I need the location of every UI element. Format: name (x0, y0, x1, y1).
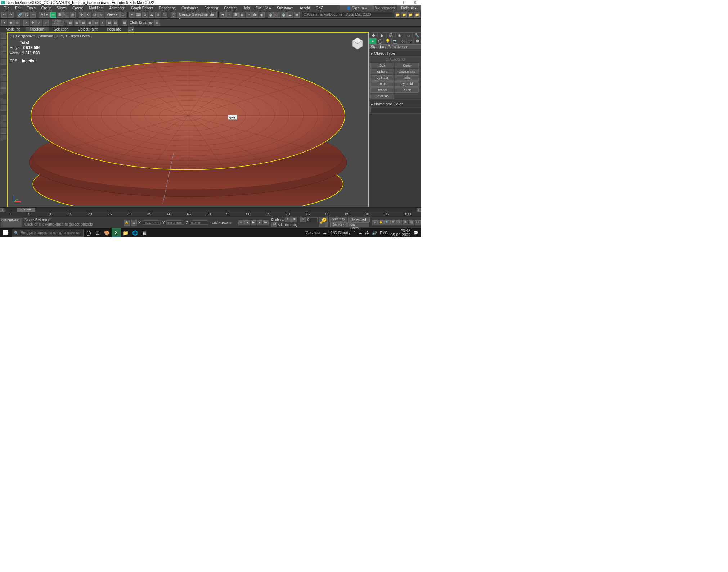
nav-5[interactable]: ↻ (396, 220, 402, 225)
lt-tool-1[interactable] (1, 33, 6, 39)
folder-button-1[interactable]: 📁 (395, 12, 400, 18)
topology-icon[interactable]: ▨ (113, 20, 118, 26)
bind-button[interactable]: 〰 (30, 12, 36, 18)
timetag-icon[interactable]: 🏷 (271, 222, 277, 227)
menu-substance[interactable]: Substance (274, 6, 297, 10)
project-path-input[interactable] (302, 12, 394, 18)
nav-3[interactable]: 🔍 (384, 220, 390, 225)
keyfilters-button[interactable]: Key Filters... (347, 222, 369, 227)
taskbar-3dsmax[interactable]: 3 (112, 228, 121, 237)
lights-tab[interactable]: 💡 (384, 38, 391, 44)
frame-input[interactable] (307, 217, 318, 222)
cameras-tab[interactable]: 📷 (391, 38, 399, 44)
[interactable]: ▦ (80, 20, 86, 26)
cylinder-button[interactable]: Cylinder (370, 75, 394, 81)
menu-customize[interactable]: Customize (179, 6, 201, 10)
ref-coord-dropdown[interactable]: View ▾ (105, 12, 120, 18)
geometry-tab[interactable]: ● (369, 38, 377, 44)
tray-volume-icon[interactable]: 🔊 (372, 231, 377, 235)
display-tab[interactable]: ▭ (404, 32, 413, 38)
minimize-button[interactable]: — (390, 0, 400, 5)
time-ruler[interactable]: 0 5 10 15 20 25 30 35 40 45 50 55 60 65 … (0, 212, 421, 217)
box-button[interactable]: Box (370, 63, 394, 68)
toggle-ribbon-button[interactable]: ▦ (239, 12, 245, 18)
menu-scripting[interactable]: Scripting (201, 6, 221, 10)
shift-brush-icon[interactable]: ↗ (23, 20, 29, 26)
grid-icon-1[interactable]: ▦ (67, 20, 73, 26)
ts-track[interactable]: 0 / 100 (5, 208, 416, 212)
folder-button-4[interactable]: 📁 (414, 12, 420, 18)
window-crossing-button[interactable]: ◫ (70, 12, 76, 18)
lt-tool-11[interactable] (1, 105, 6, 111)
tab-freeform[interactable]: Freeform (26, 27, 49, 31)
z-coord-input[interactable] (190, 220, 208, 225)
key-mode-button[interactable]: 🔑 (319, 217, 328, 227)
systems-tab[interactable]: ✱ (414, 38, 421, 44)
name-color-header[interactable]: ▸ Name and Color (370, 101, 421, 107)
material-editor-button[interactable]: ◐ (259, 12, 265, 18)
setkey-button[interactable]: Set Key (330, 222, 347, 227)
selection-filter-dropdown[interactable]: All ▾ (39, 12, 50, 18)
edit-selection-set-button[interactable]: {} (171, 12, 176, 18)
pivot-button[interactable]: ⊡ (120, 12, 126, 18)
tray-network-icon[interactable]: 🖧 (365, 231, 369, 235)
align-button[interactable]: ≡ (226, 12, 232, 18)
render-button[interactable]: 🍵 (281, 12, 287, 18)
surface-icon[interactable]: ▦ (106, 20, 112, 26)
select-name-button[interactable]: ☰ (57, 12, 63, 18)
taskbar-app-1[interactable]: 🎨 (102, 228, 112, 237)
spinner-snap-button[interactable]: ⇅ (162, 12, 167, 18)
primitive-category-dropdown[interactable]: Standard Primitives ▾ (369, 44, 421, 49)
play-button[interactable]: ▶ (251, 220, 256, 225)
ts-prev[interactable]: ◂ (0, 208, 4, 212)
selection-lock-icon[interactable]: 🔒 (124, 220, 130, 226)
unlink-button[interactable]: ⛓ (23, 12, 29, 18)
tray-chevron-icon[interactable]: ˄ (353, 231, 355, 235)
menu-arnold[interactable]: Arnold (297, 6, 313, 10)
object-name-input[interactable] (370, 108, 421, 113)
pyramid-button[interactable]: Pyramid (395, 81, 419, 87)
move-brush-icon[interactable]: ✥ (30, 20, 36, 26)
create-tab[interactable]: ✚ (369, 32, 378, 38)
nav-6[interactable]: ⊞ (403, 220, 408, 225)
utilities-tab[interactable]: 🔧 (413, 32, 421, 38)
layer-explorer-button[interactable]: ☰ (233, 12, 239, 18)
lt-tool-6[interactable] (1, 69, 6, 75)
menu-civil-view[interactable]: Civil View (253, 6, 274, 10)
ribbon-toggle-icon[interactable]: ▭▾ (128, 27, 134, 32)
menu-tools[interactable]: Tools (24, 6, 38, 10)
lt-tool-5[interactable] (1, 59, 6, 65)
next-frame-button[interactable]: ▸ (257, 220, 262, 225)
object-type-header[interactable]: ▸ Object Type (370, 50, 421, 56)
cloth-settings-icon[interactable]: ⊞ (154, 20, 160, 26)
placement-button[interactable]: ⎋ (98, 12, 104, 18)
menu-content[interactable]: Content (221, 6, 239, 10)
maxscript-mini[interactable]: outlinerNest (1, 218, 22, 227)
viewport-label[interactable]: [+] [Perspective ] [Standard ] [Clay + E… (10, 34, 92, 38)
nav-8[interactable]: ⛶ (415, 220, 421, 225)
cloth-icon[interactable]: ▦ (122, 20, 127, 26)
viewcube[interactable] (350, 36, 365, 51)
goto-end-button[interactable]: ⏭ (263, 220, 269, 225)
windows-search[interactable]: 🔍 Введите здесь текст для поиска (12, 229, 84, 237)
menu-animation[interactable]: Animation (107, 6, 128, 10)
helpers-tab[interactable]: ◇ (399, 38, 406, 44)
lt-tool-10[interactable] (1, 99, 6, 104)
plane-button[interactable]: Plane (395, 87, 419, 93)
lt-tool-12[interactable] (1, 115, 6, 121)
nav-2[interactable]: ✋ (378, 220, 384, 225)
abs-transform-icon[interactable]: ⊕ (131, 220, 137, 226)
branch-icon[interactable]: Y (100, 20, 105, 26)
open-a360-button[interactable]: ⊞ (294, 12, 300, 18)
geosphere-button[interactable]: GeoSphere (395, 69, 419, 74)
tray-links[interactable]: Ссылки (306, 231, 320, 235)
menu-edit[interactable]: Edit (12, 6, 24, 10)
y-coord-input[interactable] (166, 220, 184, 225)
sphere-brush-icon[interactable]: ● (1, 20, 7, 26)
taskbar-explorer[interactable]: 📁 (121, 228, 130, 237)
lt-tool-4[interactable] (1, 53, 6, 58)
tube-button[interactable]: Tube (395, 75, 419, 81)
ts-next[interactable]: ▸ (417, 208, 421, 212)
nav-1[interactable]: ⊳ (372, 220, 378, 225)
tray-notifications-icon[interactable]: 💬 (413, 231, 418, 235)
